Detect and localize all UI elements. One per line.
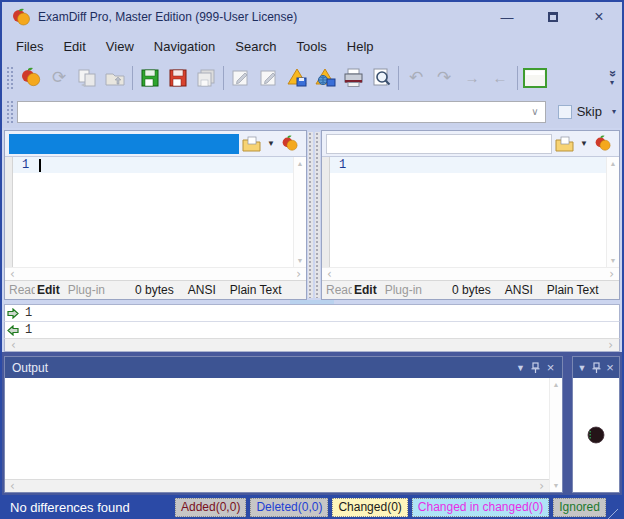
skip-checkbox[interactable] [558,105,572,119]
right-file-path-field[interactable] [326,134,552,154]
right-editor[interactable]: 1 ▲ ▼ [322,157,619,267]
next-difference-button[interactable]: → [458,64,486,92]
statistics-panel-header[interactable]: ▼ × [573,357,619,378]
save-differences-as-html-button[interactable] [311,64,339,92]
output-vertical-scrollbar[interactable]: ▲ ▼ [549,378,562,492]
right-horizontal-scrollbar[interactable]: ‹ › [322,267,619,280]
copy-to-right-icon[interactable] [5,308,21,319]
encoding[interactable]: ANSI [188,283,216,297]
pane-splitter[interactable] [307,130,321,300]
right-edit-area[interactable]: 1 [330,157,606,267]
scroll-right-icon[interactable]: › [609,268,614,280]
toolbar-grip[interactable] [6,100,13,124]
toolbar-separator [132,66,133,90]
left-editor[interactable]: 1 ▲ ▼ [5,157,306,267]
menu-item-tools[interactable]: Tools [286,35,336,58]
scroll-right-icon[interactable]: › [539,480,544,492]
scroll-left-icon[interactable]: ‹ [11,339,16,351]
left-open-file-button[interactable] [239,136,264,152]
print-button[interactable] [339,64,367,92]
chevron-down-icon[interactable]: ▼ [577,139,591,148]
plugin-indicator[interactable]: Plug-in [68,283,105,297]
read-only-indicator[interactable]: Read [326,283,352,297]
status-badge: Changed(0) [332,498,407,517]
left-vertical-scrollbar[interactable]: ▲ ▼ [293,157,306,267]
right-compare-button[interactable] [591,135,615,153]
chevron-down-icon[interactable]: ▼ [513,357,528,378]
toolbar-overflow-button[interactable]: » ▾ [604,69,620,87]
horizontal-splitter[interactable] [2,300,622,304]
edit-mode-indicator[interactable]: Edit [354,283,377,297]
pin-icon[interactable] [589,357,603,378]
close-button[interactable]: × [576,2,622,32]
open-files-button[interactable] [101,64,129,92]
scroll-up-icon[interactable]: ▲ [553,381,560,388]
menu-item-edit[interactable]: Edit [53,35,95,58]
save-first-file-button[interactable] [136,64,164,92]
menu-item-search[interactable]: Search [225,35,286,58]
encoding[interactable]: ANSI [505,283,533,297]
chevron-down-icon[interactable]: ▼ [264,139,278,148]
toolbar-grip[interactable] [6,66,13,90]
copy-to-left-icon[interactable] [5,325,21,336]
scroll-down-icon[interactable]: ▼ [297,257,304,264]
inspector-horizontal-scrollbar[interactable]: ‹ › [4,338,620,352]
pin-icon[interactable] [528,357,543,378]
save-differences-button[interactable] [283,64,311,92]
open-folder-icon [555,136,574,152]
file-format[interactable]: Plain Text [547,283,599,297]
line-detail-row-second[interactable]: 1 [4,321,620,338]
menu-item-view[interactable]: View [96,35,144,58]
scroll-right-icon[interactable]: › [296,268,301,280]
splitter-grip[interactable] [290,300,334,304]
read-only-indicator[interactable]: Read [9,283,35,297]
edit-mode-indicator[interactable]: Edit [37,283,60,297]
left-compare-button[interactable] [278,135,302,153]
scroll-left-icon[interactable]: ‹ [10,268,15,280]
right-open-file-button[interactable] [552,136,577,152]
left-horizontal-scrollbar[interactable]: ‹ › [5,267,306,280]
scroll-right-icon[interactable]: › [608,339,613,351]
close-icon[interactable]: × [603,357,617,378]
print-preview-button[interactable] [367,64,395,92]
maximize-button[interactable] [530,2,576,32]
menu-item-navigation[interactable]: Navigation [144,35,225,58]
scroll-up-icon[interactable]: ▲ [610,160,617,167]
dock-area: Output ▼ × ‹ › ▲ ▼ [2,352,622,495]
chevron-down-icon[interactable]: ▼ [575,357,589,378]
edit-first-file-button[interactable] [227,64,255,92]
plugin-indicator[interactable]: Plug-in [385,283,422,297]
swap-and-recompare-button[interactable] [73,64,101,92]
edit-second-file-button[interactable] [255,64,283,92]
resize-grip-icon[interactable] [608,509,618,519]
arrow-left-icon: ← [493,70,508,85]
redo-button[interactable]: ↷ [430,64,458,92]
scroll-left-icon[interactable]: ‹ [10,480,15,492]
scroll-down-icon[interactable]: ▼ [553,482,560,489]
left-file-path-field[interactable] [9,134,239,154]
filter-combobox[interactable]: ∨ [17,101,546,123]
save-second-file-button[interactable] [164,64,192,92]
minimize-button[interactable]: — [484,2,530,32]
scroll-up-icon[interactable]: ▲ [297,160,304,167]
output-horizontal-scrollbar[interactable]: ‹ › [5,479,549,492]
menu-item-help[interactable]: Help [337,35,384,58]
undo-button[interactable]: ↶ [402,64,430,92]
save-both-files-button[interactable] [192,64,220,92]
scroll-down-icon[interactable]: ▼ [610,257,617,264]
output-content[interactable]: ‹ › [5,378,549,492]
previous-difference-button[interactable]: ← [486,64,514,92]
file-format[interactable]: Plain Text [230,283,282,297]
compare-files-button[interactable] [17,64,45,92]
output-panel-header[interactable]: Output ▼ × [5,357,562,378]
output-text-area[interactable] [5,378,549,479]
show-panes-button[interactable] [521,64,549,92]
chevron-down-icon[interactable]: ▾ [612,107,616,116]
refresh-button[interactable]: ⟳ [45,64,73,92]
close-icon[interactable]: × [543,357,558,378]
right-vertical-scrollbar[interactable]: ▲ ▼ [606,157,619,267]
menu-item-files[interactable]: Files [6,35,53,58]
scroll-left-icon[interactable]: ‹ [327,268,332,280]
line-detail-row-first[interactable]: 1 [4,304,620,321]
left-edit-area[interactable]: 1 [13,157,293,267]
